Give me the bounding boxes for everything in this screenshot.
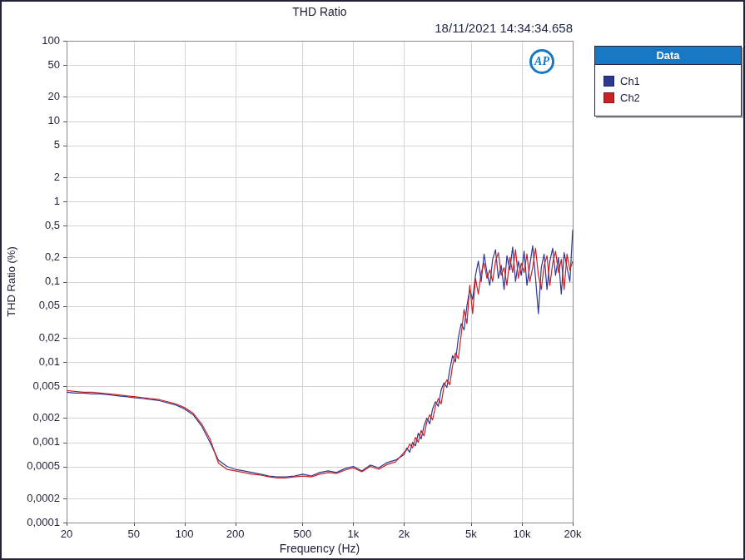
- ap-logo-icon: AP: [529, 49, 554, 74]
- ap-logo-text: AP: [534, 55, 549, 68]
- ch1-color-swatch-icon: [603, 76, 614, 87]
- analyzer-window: THD Ratio 18/11/2021 14:34:34.658 AP Dat…: [0, 0, 745, 560]
- legend-item-ch2[interactable]: Ch2: [603, 92, 733, 104]
- legend-panel: Data Ch1 Ch2: [594, 46, 742, 116]
- legend-item-ch1-label: Ch1: [620, 75, 640, 87]
- chart-timestamp: 18/11/2021 14:34:34.658: [67, 21, 573, 35]
- legend-item-ch1[interactable]: Ch1: [603, 75, 733, 87]
- legend-body: Ch1 Ch2: [595, 65, 741, 116]
- ch2-color-swatch-icon: [603, 92, 614, 103]
- legend-item-ch2-label: Ch2: [620, 92, 640, 104]
- chart-title: THD Ratio: [67, 5, 573, 18]
- legend-header: Data: [595, 47, 741, 65]
